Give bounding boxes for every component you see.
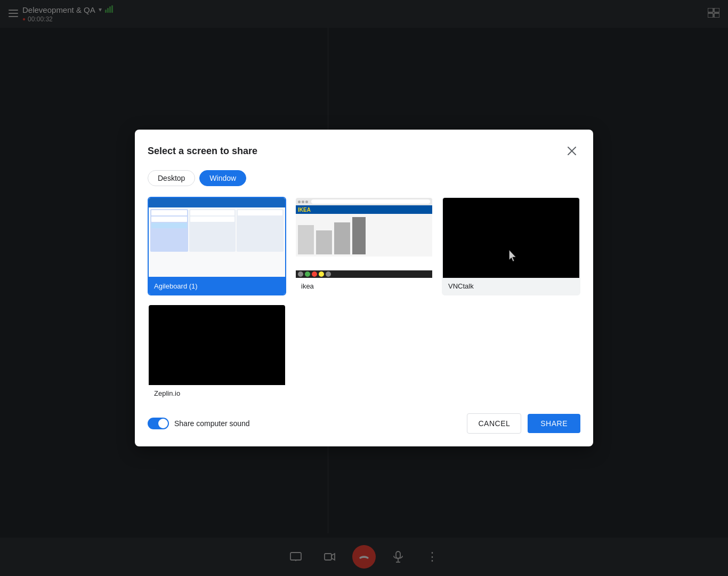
tabs: Desktop Window <box>148 170 580 186</box>
taskbar-icon-3 <box>312 271 317 277</box>
modal-overlay: Select a screen to share Desktop Window <box>0 0 728 576</box>
screen-item-ikea[interactable]: IKEA <box>295 197 433 295</box>
share-sound-label: Share computer sound <box>174 419 250 428</box>
screen-label-ikea: ikea <box>296 278 432 294</box>
taskbar-icon-1 <box>298 271 303 277</box>
agile-top-bar <box>149 198 285 207</box>
screen-label-vnctalk: VNCtalk <box>443 278 579 294</box>
cancel-button[interactable]: CANCEL <box>467 413 521 434</box>
screen-grid: Agileboard (1) IKEA <box>148 197 580 403</box>
agile-col-right <box>237 209 284 252</box>
share-sound-row: Share computer sound <box>148 418 250 429</box>
agile-thumb-content <box>149 198 285 277</box>
taskbar-icon-5 <box>326 271 331 277</box>
ikea-product-3 <box>334 222 350 254</box>
ikea-products-area <box>296 214 432 257</box>
ikea-dot-1 <box>298 201 301 203</box>
toggle-knob <box>158 419 168 428</box>
share-button[interactable]: SHARE <box>528 414 580 433</box>
modal-title: Select a screen to share <box>148 146 257 157</box>
ikea-dot-2 <box>302 201 304 203</box>
share-sound-toggle[interactable] <box>148 418 169 429</box>
ikea-dot-3 <box>305 201 308 203</box>
screen-item-agileboard[interactable]: Agileboard (1) <box>148 197 286 295</box>
modal-close-button[interactable] <box>563 142 580 159</box>
zeplin-thumbnail <box>149 305 285 385</box>
tab-desktop[interactable]: Desktop <box>148 170 195 186</box>
ikea-logo: IKEA <box>298 207 311 213</box>
ikea-thumbnail: IKEA <box>296 198 432 278</box>
screen-label-agileboard: Agileboard (1) <box>149 278 285 294</box>
taskbar-icon-4 <box>319 271 324 277</box>
vnctalk-thumbnail <box>443 198 579 278</box>
mouse-cursor <box>508 249 518 263</box>
footer-buttons: CANCEL SHARE <box>467 413 580 434</box>
ikea-header: IKEA <box>296 205 432 214</box>
ikea-product-4 <box>352 217 366 254</box>
ikea-product-2 <box>316 230 332 254</box>
agile-cols <box>149 207 285 255</box>
modal-footer: Share computer sound CANCEL SHARE <box>148 413 580 434</box>
ikea-thumb-content: IKEA <box>296 198 432 278</box>
screen-item-vnctalk[interactable]: VNCtalk <box>442 197 580 295</box>
agile-col-left <box>150 209 188 252</box>
screen-label-zeplin: Zeplin.io <box>149 385 285 402</box>
agile-col-mid <box>189 209 236 252</box>
screen-share-modal: Select a screen to share Desktop Window <box>135 130 593 446</box>
ikea-taskbar <box>296 270 432 278</box>
ikea-url-bar <box>311 199 430 204</box>
agileboard-thumbnail <box>149 198 285 278</box>
modal-header: Select a screen to share <box>148 142 580 159</box>
ikea-product-1 <box>298 225 314 254</box>
ikea-browser-bar <box>296 198 432 205</box>
taskbar-icon-2 <box>305 271 310 277</box>
tab-window[interactable]: Window <box>199 170 246 186</box>
screen-item-zeplin[interactable]: Zeplin.io <box>148 304 286 403</box>
